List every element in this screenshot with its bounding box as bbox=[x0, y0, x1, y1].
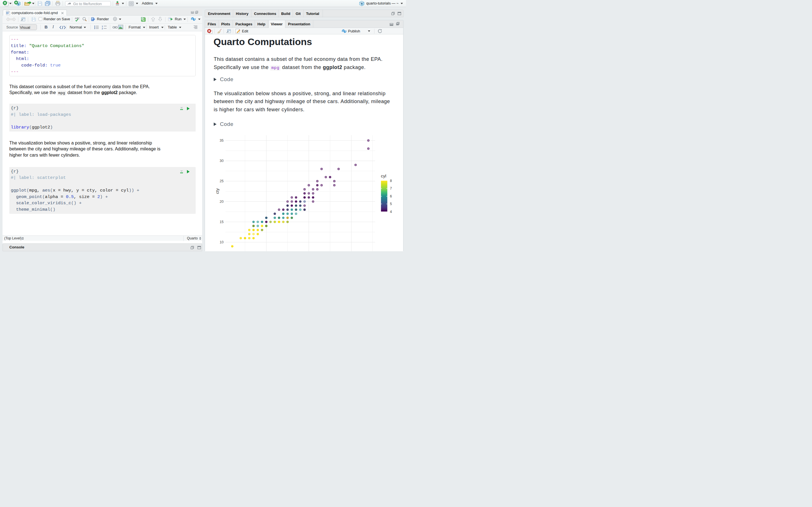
svg-text:ABC: ABC bbox=[75, 17, 80, 20]
svg-text:7: 7 bbox=[390, 186, 392, 190]
svg-text:6: 6 bbox=[390, 194, 392, 198]
svg-text:35: 35 bbox=[220, 138, 223, 143]
svg-text:2: 2 bbox=[102, 27, 103, 30]
svg-text:15: 15 bbox=[220, 220, 223, 224]
svg-text:30: 30 bbox=[220, 159, 223, 163]
svg-text:20: 20 bbox=[220, 200, 223, 203]
svg-text:4: 4 bbox=[390, 210, 392, 214]
svg-text:25: 25 bbox=[220, 179, 223, 183]
svg-text:8: 8 bbox=[390, 179, 392, 183]
svg-text:10: 10 bbox=[220, 240, 223, 244]
svg-text:cty: cty bbox=[214, 188, 219, 194]
svg-text:5: 5 bbox=[390, 202, 392, 206]
svg-text:R: R bbox=[361, 2, 363, 5]
svg-text:1: 1 bbox=[102, 25, 103, 27]
svg-text:cyl: cyl bbox=[381, 173, 386, 178]
